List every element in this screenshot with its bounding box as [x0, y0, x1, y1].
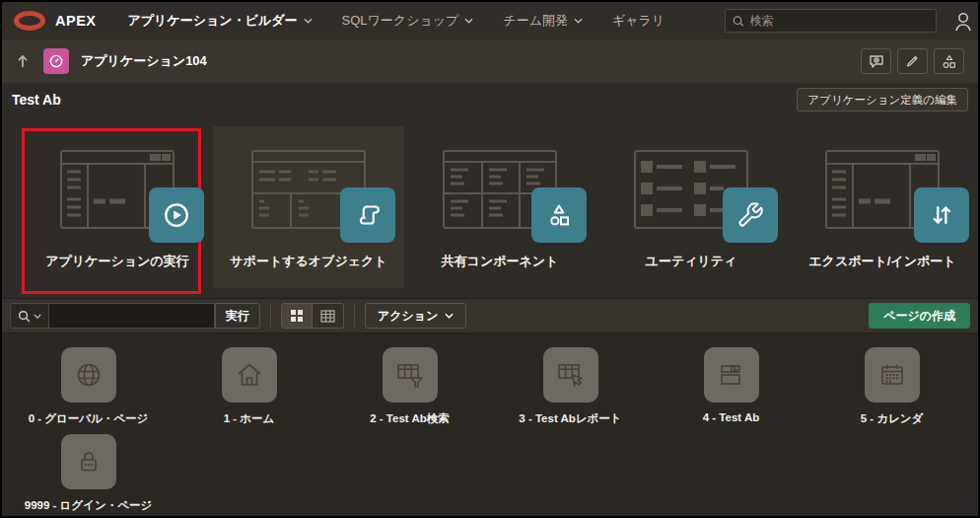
page-label: 0 - グローバル・ページ — [29, 411, 149, 426]
create-page-button[interactable]: ページの作成 — [869, 303, 970, 329]
nav-app-builder[interactable]: アプリケーション・ビルダー — [128, 12, 313, 30]
application-icon[interactable] — [43, 48, 69, 74]
nav-sql-workshop[interactable]: SQLワークショップ — [342, 12, 474, 30]
pages-grid: 0 - グローバル・ページ 1 - ホーム — [8, 347, 972, 513]
page-item-login[interactable]: 9999 - ログイン・ページ — [8, 434, 169, 513]
card-label: ユーティリティ — [646, 253, 737, 270]
report-cursor-icon — [555, 360, 587, 390]
top-nav-bar: APEX アプリケーション・ビルダー SQLワークショップ チーム開発 ギャラリ — [2, 2, 978, 39]
divider — [270, 304, 271, 328]
home-icon — [235, 360, 264, 390]
page-label: 4 - Test Ab — [703, 411, 760, 423]
brand-apex: APEX — [55, 13, 97, 29]
edit-app-definition-button[interactable]: アプリケーション定義の編集 — [797, 88, 968, 111]
supporting-objects-badge — [340, 187, 395, 243]
card-illustration — [251, 150, 366, 229]
page-icon-tile — [865, 347, 920, 403]
chevron-down-icon — [304, 18, 313, 24]
page-header: Test Ab アプリケーション定義の編集 — [2, 83, 978, 116]
page-icon-tile — [222, 347, 277, 403]
icon-view-button[interactable] — [281, 303, 313, 329]
page-label: 9999 - ログイン・ページ — [25, 498, 152, 513]
apex-window: APEX アプリケーション・ビルダー SQLワークショップ チーム開発 ギャラリ — [0, 0, 980, 518]
calendar-icon — [877, 360, 907, 390]
card-label: エクスポート/インポート — [808, 253, 955, 270]
grid-view-icon — [290, 309, 304, 323]
highlighter-icon — [905, 54, 920, 69]
card-illustration — [60, 150, 175, 229]
utilities-badge — [723, 187, 778, 243]
pages-section: 0 - グローバル・ページ 1 - ホーム — [2, 333, 978, 516]
shared-components-button[interactable] — [934, 48, 964, 74]
pages-search-group: 実行 — [10, 303, 260, 329]
card-illustration — [634, 150, 748, 229]
page-title: Test Ab — [12, 92, 61, 108]
actions-menu-button[interactable]: アクション — [365, 303, 466, 329]
card-label: 共有コンポーネント — [442, 253, 559, 270]
nav-team-dev[interactable]: チーム開発 — [503, 12, 583, 30]
page-item-global[interactable]: 0 - グローバル・ページ — [8, 347, 169, 426]
page-icon-tile — [543, 347, 598, 403]
divider — [354, 304, 355, 328]
nav-sql-workshop-label: SQLワークショップ — [342, 12, 459, 30]
go-button[interactable]: 実行 — [215, 303, 260, 329]
report-search-icon — [394, 360, 426, 390]
global-search-box[interactable] — [725, 9, 937, 33]
card-supporting-objects[interactable]: サポートするオブジェクト — [213, 126, 404, 288]
play-icon — [162, 200, 191, 230]
export-import-badge — [914, 187, 969, 243]
shared-components-badge — [531, 187, 587, 243]
page-icon-tile — [704, 347, 759, 403]
actions-label: アクション — [378, 308, 438, 325]
card-export-import[interactable]: エクスポート/インポート — [787, 126, 978, 288]
page-item-search[interactable]: 2 - Test Ab検索 — [329, 347, 490, 426]
nav-team-dev-label: チーム開発 — [503, 12, 568, 30]
card-run-application[interactable]: アプリケーションの実行 — [22, 126, 213, 288]
page-label: 3 - Test Abレポート — [519, 411, 621, 426]
card-label: アプリケーションの実行 — [45, 253, 188, 270]
card-utilities[interactable]: ユーティリティ — [595, 126, 787, 288]
app-action-cards: アプリケーションの実行 — [2, 116, 978, 298]
lock-icon — [74, 447, 104, 477]
page-item-home[interactable]: 1 - ホーム — [169, 347, 329, 426]
chevron-down-icon — [34, 314, 41, 319]
breadcrumb-bar: アプリケーション104 — [2, 39, 978, 83]
pages-search-input[interactable] — [49, 303, 215, 329]
feedback-button[interactable] — [861, 48, 891, 74]
card-illustration — [825, 150, 940, 229]
scroll-icon — [353, 200, 383, 230]
shortcuts-button[interactable] — [897, 48, 928, 74]
shapes-icon — [544, 200, 574, 230]
page-label: 1 - ホーム — [224, 411, 275, 426]
shapes-icon — [942, 54, 957, 69]
breadcrumb[interactable]: アプリケーション104 — [81, 52, 207, 70]
import-export-icon — [927, 200, 956, 230]
nav-gallery-label: ギャラリ — [612, 12, 665, 30]
view-toggle — [281, 303, 344, 329]
chevron-down-icon — [574, 18, 583, 24]
chevron-down-icon — [464, 18, 473, 24]
card-label: サポートするオブジェクト — [230, 253, 386, 270]
page-item-form[interactable]: 4 - Test Ab — [651, 347, 811, 426]
page-label: 5 - カレンダ — [861, 411, 924, 426]
page-icon-tile — [383, 347, 438, 403]
up-level-icon[interactable] — [16, 53, 30, 69]
page-item-report[interactable]: 3 - Test Abレポート — [490, 347, 651, 426]
globe-icon — [74, 360, 104, 390]
page-icon-tile — [61, 347, 116, 403]
nav-gallery[interactable]: ギャラリ — [612, 12, 665, 30]
search-icon — [733, 15, 744, 28]
card-shared-components[interactable]: 共有コンポーネント — [404, 126, 595, 288]
oracle-logo-icon — [14, 11, 45, 31]
app-chip-glyph-icon — [48, 53, 64, 69]
comment-zoom-icon — [869, 54, 884, 69]
report-view-button[interactable] — [313, 303, 344, 329]
page-item-calendar[interactable]: 5 - カレンダ — [811, 347, 972, 426]
page-label: 2 - Test Ab検索 — [370, 411, 450, 426]
run-badge — [149, 187, 204, 243]
nav-app-builder-label: アプリケーション・ビルダー — [128, 12, 298, 30]
search-options-button[interactable] — [10, 303, 49, 329]
card-illustration — [443, 150, 557, 229]
global-search-input[interactable] — [750, 14, 929, 28]
user-account-icon[interactable] — [952, 10, 972, 32]
